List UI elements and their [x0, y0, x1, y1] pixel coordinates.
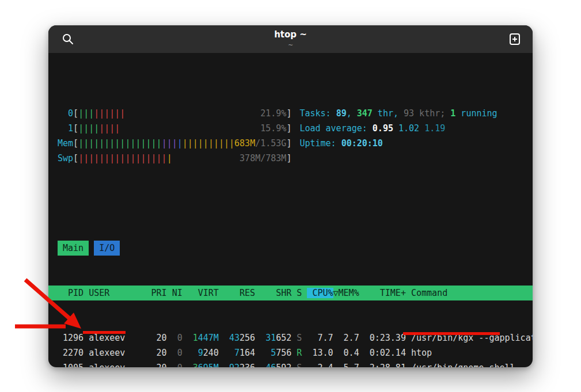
header-col-pri[interactable]: PRI: [140, 286, 166, 300]
cell-shr: 31652: [255, 330, 291, 345]
cell-res: 92236: [219, 360, 255, 367]
titlebar[interactable]: htop ~ ~: [48, 25, 533, 53]
cell-cpu: 13.0: [302, 345, 333, 360]
terminal-content: 0[||||||||| 21.9%] 1[|||||||| 15.9%]Mem[…: [48, 53, 533, 367]
cell-virt: 9240: [183, 345, 219, 360]
tasks-load-uptime: Tasks: 89, 347 thr, 93 kthr; 1 runningLo…: [299, 106, 497, 166]
tab-io[interactable]: I/O: [94, 241, 120, 256]
table-header-row[interactable]: PID USER PRI NI VIRT RES SHR S CPU%▽MEM%…: [48, 286, 533, 300]
cell-mem: 2.7: [333, 330, 359, 345]
cell-mem: 5.7: [333, 360, 359, 367]
info-line-1: Load average: 0.95 1.02 1.19: [299, 121, 497, 136]
window-subtitle: ~: [48, 41, 533, 49]
summary-area: 0[||||||||| 21.9%] 1[|||||||| 15.9%]Mem[…: [58, 106, 533, 166]
header-col-res[interactable]: RES: [219, 286, 255, 300]
process-row[interactable]: 1005 alexeev 20 0 3695M 92236 46592 S 2.…: [58, 360, 533, 367]
cell-cmd: /usr/bin/kgx --gapplicat: [411, 330, 533, 345]
meter-line-1: 1[|||||||| 15.9%]: [58, 121, 291, 136]
cpu-mem-meters: 0[||||||||| 21.9%] 1[|||||||| 15.9%]Mem[…: [58, 106, 291, 166]
process-row[interactable]: 1296 alexeev 20 0 1447M 43256 31652 S 7.…: [58, 330, 533, 345]
cell-ni: 0: [167, 330, 183, 345]
process-row[interactable]: 2270 alexeev 20 0 9240 7164 5756 R 13.0 …: [58, 345, 533, 360]
cell-virt: 3695M: [183, 360, 219, 367]
info-line-2: Uptime: 00:20:10: [299, 136, 497, 151]
header-col-s[interactable]: S: [297, 286, 302, 300]
meter-line-3: Swp[|||||||||||||||||| 378M/783M]: [58, 151, 291, 166]
cell-cpu: 7.7: [302, 330, 333, 345]
tab-main[interactable]: Main: [58, 241, 89, 256]
tab-gap: [89, 241, 94, 256]
cell-time: 2:28.81: [359, 360, 406, 367]
new-tab-icon[interactable]: [506, 30, 524, 48]
cell-ni: 0: [167, 345, 183, 360]
cell-user: alexeev: [89, 330, 140, 345]
cell-s: R: [297, 345, 302, 360]
window-title: htop ~: [48, 29, 533, 40]
cell-cpu: 2.4: [302, 360, 333, 367]
cell-s: S: [297, 330, 302, 345]
cell-shr: 46592: [255, 360, 291, 367]
meter-line-0: 0[||||||||| 21.9%]: [58, 106, 291, 121]
cell-user: alexeev: [89, 360, 140, 367]
cell-cmd: htop: [411, 345, 432, 360]
cell-pri: 20: [140, 330, 166, 345]
header-col-shr[interactable]: SHR: [255, 286, 291, 300]
header-col-virt[interactable]: VIRT: [183, 286, 219, 300]
cell-ni: 0: [167, 360, 183, 367]
header-col-user[interactable]: USER: [89, 286, 140, 300]
header-col-cmd[interactable]: Command: [411, 286, 447, 300]
meter-line-2: Mem[||||||||||||||||||||||||||||||683M/1…: [58, 136, 291, 151]
blank-line: [58, 196, 533, 211]
cell-time: 0:02.14: [359, 345, 406, 360]
cell-cmd: /usr/bin/gnome-shell: [411, 360, 515, 367]
cell-pid: 1296: [58, 330, 83, 345]
cell-mem: 0.4: [333, 345, 359, 360]
cell-virt: 1447M: [183, 330, 219, 345]
cell-s: S: [297, 360, 302, 367]
cell-pri: 20: [140, 360, 166, 367]
cell-pid: 2270: [58, 345, 83, 360]
header-col-time[interactable]: TIME+: [359, 286, 406, 300]
header-col-pid[interactable]: PID: [58, 286, 83, 300]
cell-shr: 5756: [255, 345, 291, 360]
header-col-mem[interactable]: ▽MEM%: [333, 286, 359, 300]
cell-user: alexeev: [89, 345, 140, 360]
terminal-window: htop ~ ~ 0[|||||||||: [48, 25, 533, 367]
process-rows: 1296 alexeev 20 0 1447M 43256 31652 S 7.…: [58, 330, 533, 367]
header-col-cpu[interactable]: CPU%: [302, 286, 333, 300]
screen-tabs: Main I/O: [58, 241, 533, 256]
cell-res: 43256: [219, 330, 255, 345]
cell-pri: 20: [140, 345, 166, 360]
cell-time: 0:23.39: [359, 330, 406, 345]
info-line-0: Tasks: 89, 347 thr, 93 kthr; 1 running: [299, 106, 497, 121]
menu-icon[interactable]: [531, 30, 533, 48]
cell-res: 7164: [219, 345, 255, 360]
cell-pid: 1005: [58, 360, 83, 367]
header-col-ni[interactable]: NI: [167, 286, 183, 300]
